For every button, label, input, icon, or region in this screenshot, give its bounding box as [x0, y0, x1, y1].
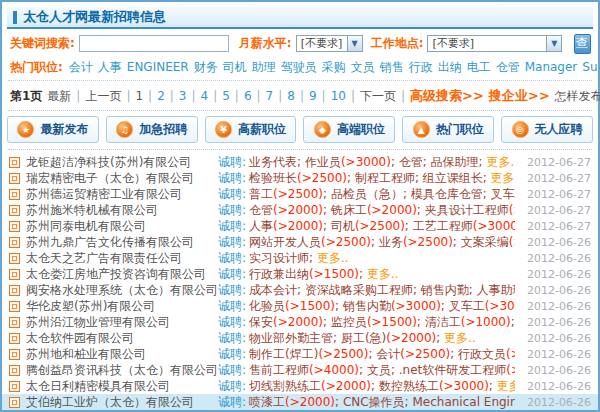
job-title[interactable]: 叉车工 [491, 187, 515, 201]
job-listing-row[interactable]: 阀安格水处理系统（太仓）有限公司诚聘:成本会计资深战略采购工程师销售内勤人事助理… [2, 282, 598, 298]
company-link[interactable]: 太仓娄江房地产投资咨询有限公司 [26, 266, 218, 283]
job-title[interactable]: 工艺工程师 [413, 219, 473, 233]
job-title[interactable]: 文员 [367, 363, 391, 377]
job-title[interactable]: 品保助理 [431, 155, 479, 169]
job-title[interactable]: 人事 [249, 219, 273, 233]
job-title[interactable]: 物业部外勤主管 [249, 331, 333, 345]
job-title[interactable]: 模具仓库仓管 [411, 187, 483, 201]
page-link-2[interactable]: 2 [157, 89, 165, 103]
hot-position-link[interactable]: ENGINEER [127, 60, 189, 74]
job-title[interactable]: 品检员（急） [331, 187, 403, 201]
job-title[interactable]: 销售内勤 [421, 283, 469, 297]
hot-position-link[interactable]: 仓管 [496, 60, 520, 74]
job-title[interactable]: 喷漆工 [249, 395, 285, 409]
page-link-5[interactable]: 5 [222, 89, 230, 103]
page-link-7[interactable]: 7 [266, 89, 274, 103]
job-title[interactable]: 检验班长 [249, 171, 297, 185]
company-link[interactable]: 苏州同泰电机有限公司 [26, 218, 218, 235]
job-title[interactable]: 行政文员 [458, 347, 506, 361]
action-button-hot-trending[interactable]: ▲热门职位 [402, 116, 494, 143]
listing-detail-icon[interactable] [9, 253, 20, 264]
job-title[interactable]: 实习设计师 [249, 251, 309, 265]
listing-detail-icon[interactable] [9, 301, 20, 312]
company-link[interactable]: 苏州德运贸精密工业有限公司 [26, 186, 218, 203]
job-listing-row[interactable]: 华伦皮塑(苏州)有限公司诚聘:化验员(>1500)销售内勤(>3000)叉车工(… [2, 298, 598, 314]
job-title[interactable]: 制作工(焊工) [249, 347, 318, 361]
job-listing-row[interactable]: 龙钜超洁净科技(苏州)有限公司诚聘:业务代表作业员(>3000)仓管品保助理更多… [2, 154, 598, 170]
listing-detail-icon[interactable] [9, 221, 20, 232]
company-link[interactable]: 瑞宏精密电子（太仓）有限公司 [26, 170, 218, 187]
listing-detail-icon[interactable] [9, 381, 20, 392]
chevron-down-icon[interactable]: ▼ [546, 36, 561, 51]
more-jobs-link[interactable]: 更多.. [486, 155, 515, 169]
job-title[interactable]: 行政兼出纳 [249, 267, 309, 281]
action-button-urgent-speaker[interactable]: ♫加急招聘 [106, 116, 198, 143]
company-link[interactable]: 太仓日利精密模具有限公司 [26, 378, 218, 395]
job-title[interactable]: 普工 [249, 187, 273, 201]
listing-detail-icon[interactable] [9, 189, 20, 200]
job-title[interactable]: 清洁工 [425, 315, 461, 329]
action-button-high-end-diamond[interactable]: ◆高端职位 [303, 116, 395, 143]
job-title[interactable]: 叉车工 [449, 299, 485, 313]
job-title[interactable]: 业务代表 [249, 155, 297, 169]
company-link[interactable]: 苏州九鼎广告文化传播有限公司 [26, 234, 218, 251]
job-title[interactable]: 资深战略采购工程师 [305, 283, 413, 297]
advanced-search-link[interactable]: 高级搜索>> [410, 87, 484, 105]
keyword-input[interactable] [79, 35, 229, 52]
job-title[interactable]: 夹具设计工程师 [425, 203, 509, 217]
job-listing-row[interactable]: 苏州九鼎广告文化传播有限公司诚聘:网站开发人员(>2500)业务(>2500)文… [2, 234, 598, 250]
job-listing-row[interactable]: 苏州沿江物业管理有限公司诚聘:保安(>2000)监控员(>1500)清洁工(>1… [2, 314, 598, 330]
job-listing-row[interactable]: 苏州地和桩业有限公司诚聘:制作工(焊工)(>2500)会计(>2500)行政文员… [2, 346, 598, 362]
job-title[interactable]: 业务 [379, 235, 403, 249]
listing-detail-icon[interactable] [9, 205, 20, 216]
job-title[interactable]: 仓管 [399, 155, 423, 169]
company-link[interactable]: 苏州施米特机械有限公司 [26, 202, 218, 219]
job-title[interactable]: 司机 [331, 219, 355, 233]
hot-position-link[interactable]: 人事 [98, 60, 122, 74]
prev-page-link[interactable]: 上一页 [85, 88, 121, 105]
job-listing-row[interactable]: 太仓日利精密模具有限公司诚聘:切线割熟练工(>2000)数控熟练工(>3000)… [2, 378, 598, 394]
search-company-link[interactable]: 搜企业>> [489, 87, 550, 105]
more-jobs-link[interactable]: 更多.. [317, 251, 349, 265]
job-title[interactable]: Mechanical Engineer [412, 395, 515, 409]
company-link[interactable]: 苏州地和桩业有限公司 [26, 346, 218, 363]
job-title[interactable]: 监控员 [331, 315, 367, 329]
listing-detail-icon[interactable] [9, 397, 20, 408]
job-title[interactable]: 网站开发人员 [249, 235, 321, 249]
page-link-8[interactable]: 8 [287, 89, 295, 103]
company-link[interactable]: 腾创益昂资讯科技（太仓）有限公司 [26, 362, 218, 379]
hot-position-link[interactable]: 行政 [409, 60, 433, 74]
listing-detail-icon[interactable] [9, 317, 20, 328]
job-listing-row[interactable]: 苏州施米特机械有限公司诚聘:仓管(>2000)铣床工(>2000)夹具设计工程师… [2, 202, 598, 218]
job-title[interactable]: CNC操作员 [343, 395, 405, 409]
job-title[interactable]: 数控熟练工 [379, 379, 439, 393]
job-listing-row[interactable]: 腾创益昂资讯科技（太仓）有限公司诚聘:售前工程师(>4000)文员.net软件研… [2, 362, 598, 378]
job-title[interactable]: 售前工程师 [249, 363, 309, 377]
next-page-link[interactable]: 下一页 [360, 88, 396, 105]
hot-position-link[interactable]: Supervisor [582, 60, 598, 74]
hot-position-link[interactable]: 财务 [194, 60, 218, 74]
action-button-new-post[interactable]: ★最新发布 [7, 116, 99, 143]
job-title[interactable]: 化验员 [249, 299, 285, 313]
job-listing-row[interactable]: 苏州德运贸精密工业有限公司诚聘:普工(>2500)品检员（急）模具仓库仓管叉车工… [2, 186, 598, 202]
how-to-post-link[interactable]: 怎样发布? [555, 88, 600, 105]
listing-detail-icon[interactable] [9, 157, 20, 168]
page-link-6[interactable]: 6 [244, 89, 252, 103]
hot-position-link[interactable]: 驾驶员 [281, 60, 317, 74]
company-link[interactable]: 阀安格水处理系统（太仓）有限公司 [26, 282, 218, 299]
action-button-no-applicant-bulb[interactable]: ◎无人应聘 [501, 116, 593, 143]
page-link-10[interactable]: 10 [331, 89, 346, 103]
job-title[interactable]: 保安 [249, 315, 273, 329]
more-jobs-link[interactable]: 更多.. [491, 171, 515, 185]
company-link[interactable]: 艾伯纳工业炉（太仓）有限公司 [26, 394, 218, 411]
page-link-4[interactable]: 4 [201, 89, 209, 103]
hot-position-link[interactable]: 采购 [322, 60, 346, 74]
page-link-3[interactable]: 3 [179, 89, 187, 103]
job-listing-row[interactable]: 太仓软件园有限公司诚聘:物业部外勤主管厨工(急)(>2000)更多..2012-… [2, 330, 598, 346]
chevron-down-icon[interactable]: ▼ [347, 36, 362, 51]
company-link[interactable]: 华伦皮塑(苏州)有限公司 [26, 298, 218, 315]
query-button[interactable]: 查 询 [574, 34, 591, 54]
job-title[interactable]: 作业员 [305, 155, 341, 169]
hot-position-link[interactable]: 助理 [252, 60, 276, 74]
location-select[interactable]: [不要求] ▼ [427, 35, 562, 52]
